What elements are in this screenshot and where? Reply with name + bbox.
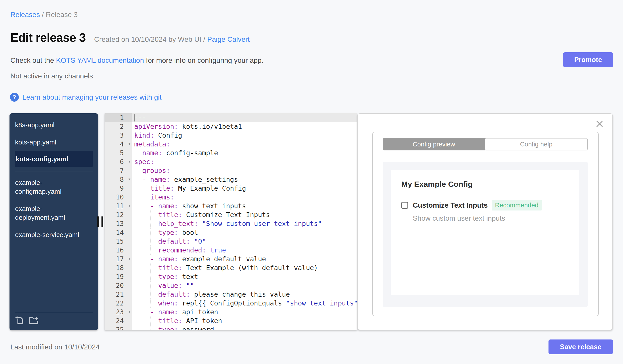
code-line-24[interactable]: 24 title: API token (105, 317, 357, 325)
save-release-button[interactable]: Save release (549, 340, 613, 354)
file-list: k8s-app.yamlkots-app.yamlkots-config.yam… (9, 113, 98, 243)
code-line-16[interactable]: 16 recommended: true (105, 246, 357, 255)
indent-guide (150, 219, 151, 228)
token-str: "show_text_inputs" (286, 299, 357, 307)
code-text: - name: example_default_value (132, 255, 357, 263)
git-releases-link[interactable]: Learn about managing your releases with … (22, 93, 162, 101)
code-line-9[interactable]: 9 title: My Example Config (105, 184, 357, 193)
fold-arrow-icon[interactable]: ▾ (128, 175, 131, 183)
preview-content-area: My Example Config Customize Text Inputs … (383, 162, 588, 307)
code-line-1[interactable]: 1--- (105, 113, 357, 122)
token-key: --- (134, 114, 146, 121)
config-preview-panel: Config previewConfig help My Example Con… (357, 113, 613, 330)
token-key: default: (158, 237, 190, 245)
code-line-11[interactable]: 11▾ - name: show_text_inputs (105, 202, 357, 210)
handle-bar (101, 217, 103, 227)
code-text: - name: show_text_inputs (132, 202, 357, 210)
add-folder-button[interactable] (28, 315, 39, 326)
token-plain: text (178, 273, 198, 281)
help-icon[interactable]: ? (10, 93, 19, 101)
sidebar-divider (15, 171, 93, 171)
tab-config-preview[interactable]: Config preview (383, 138, 485, 150)
sidebar-item-example-deployment.yaml[interactable]: example-deployment.yaml (9, 200, 98, 226)
code-line-5[interactable]: 5 name: config-sample (105, 149, 357, 158)
token-key: when: (158, 299, 178, 307)
code-editor[interactable]: 1---2apiVersion: kots.io/v1beta13kind: C… (105, 113, 357, 330)
code-line-3[interactable]: 3kind: Config (105, 131, 357, 140)
code-text: groups: (132, 166, 357, 175)
token-plain (198, 220, 202, 227)
code-text: value: "" (132, 281, 357, 290)
code-line-17[interactable]: 17▾ - name: example_default_value (105, 255, 357, 263)
code-line-20[interactable]: 20 value: "" (105, 281, 357, 290)
file-name: kots-config.yaml (16, 155, 86, 163)
token-plain: please change this value (190, 290, 290, 298)
token-key: - name: (150, 202, 178, 210)
token-plain (134, 193, 150, 201)
token-key: - name: (142, 176, 170, 183)
code-line-25[interactable]: 25 type: password (105, 325, 357, 330)
code-line-7[interactable]: 7 groups: (105, 166, 357, 175)
fold-arrow-icon[interactable]: ▾ (128, 254, 131, 263)
fold-arrow-icon[interactable]: ▾ (128, 157, 131, 166)
line-number: 9 (105, 184, 132, 193)
code-line-8[interactable]: 8▾ - name: example_settings (105, 175, 357, 184)
config-group-title: My Example Config (401, 180, 579, 189)
code-line-10[interactable]: 10 items: (105, 193, 357, 202)
code-text: default: please change this value (132, 290, 357, 299)
code-line-12[interactable]: 12 title: Customize Text Inputs (105, 210, 357, 219)
token-plain (134, 229, 158, 236)
config-checkbox[interactable] (401, 202, 408, 209)
indent-guide (150, 281, 151, 290)
kots-yaml-doc-link[interactable]: KOTS YAML documentation (56, 56, 144, 64)
tab-config-help[interactable]: Config help (485, 138, 588, 150)
last-modified: Last modified on 10/10/2024 (10, 343, 100, 351)
line-number: 13 (105, 219, 132, 228)
code-text: - name: api_token (132, 308, 357, 317)
token-plain (134, 282, 158, 289)
code-line-13[interactable]: 13 help_text: "Show custom user text inp… (105, 219, 357, 228)
file-name: example-service.yaml (15, 230, 85, 239)
code-line-2[interactable]: 2apiVersion: kots.io/v1beta1 (105, 122, 357, 131)
sidebar-resize-handle[interactable] (97, 217, 103, 227)
token-key: default: (158, 290, 190, 298)
fold-arrow-icon[interactable]: ▾ (128, 201, 131, 210)
author-link[interactable]: Paige Calvert (207, 35, 250, 43)
line-number: 22 (105, 299, 132, 308)
code-text: items: (132, 193, 357, 202)
fold-arrow-icon[interactable]: ▾ (128, 307, 131, 316)
fold-arrow-icon[interactable]: ▾ (128, 139, 131, 148)
token-key: title: (158, 317, 182, 325)
code-line-21[interactable]: 21 default: please change this value (105, 290, 357, 299)
token-plain: My Example Config (174, 184, 246, 192)
close-icon[interactable] (595, 120, 604, 128)
add-file-button[interactable] (15, 315, 25, 326)
code-text: type: bool (132, 228, 357, 237)
token-plain (134, 299, 158, 307)
token-plain: show_text_inputs (178, 202, 246, 210)
breadcrumb-releases-link[interactable]: Releases (10, 11, 40, 19)
line-number: 18 (105, 263, 132, 272)
indent-guide (150, 228, 151, 237)
code-line-14[interactable]: 14 type: bool (105, 228, 357, 237)
sidebar-item-kots-config.yaml[interactable]: kots-config.yaml (15, 151, 93, 167)
code-line-22[interactable]: 22 when: repl{{ ConfigOptionEquals "show… (105, 299, 357, 308)
code-line-4[interactable]: 4▾metadata: (105, 140, 357, 149)
channel-status: Not active in any channels (10, 72, 93, 80)
code-line-18[interactable]: 18 title: Text Example (with default val… (105, 263, 357, 272)
code-text: title: API token (132, 317, 357, 325)
promote-button[interactable]: Promote (563, 52, 613, 67)
page-title: Edit release 3 (10, 30, 86, 45)
code-line-6[interactable]: 6▾spec: (105, 158, 357, 166)
line-number: 7 (105, 166, 132, 175)
sidebar-item-example-configmap.yaml[interactable]: example-configmap.yaml (9, 174, 98, 200)
sidebar-item-kots-app.yaml[interactable]: kots-app.yaml (9, 134, 98, 151)
code-line-23[interactable]: 23▾ - name: api_token (105, 308, 357, 317)
token-str: "Show custom user text inputs" (202, 220, 322, 227)
token-plain (134, 317, 158, 325)
sidebar-item-k8s-app.yaml[interactable]: k8s-app.yaml (9, 116, 98, 134)
sidebar-item-example-service.yaml[interactable]: example-service.yaml (9, 226, 98, 243)
token-plain (206, 246, 210, 254)
code-line-15[interactable]: 15 default: "0" (105, 237, 357, 246)
code-line-19[interactable]: 19 type: text (105, 272, 357, 281)
